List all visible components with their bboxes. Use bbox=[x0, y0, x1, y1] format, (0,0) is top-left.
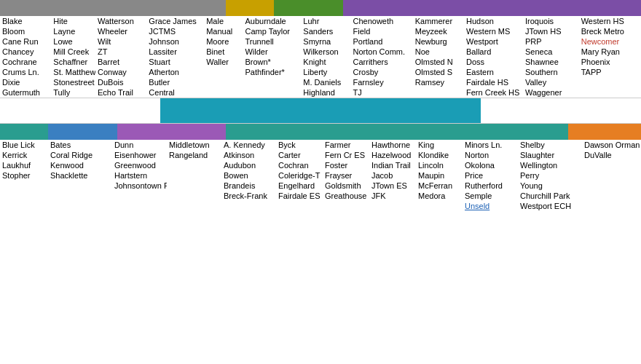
top-cell: Wheeler bbox=[95, 26, 146, 36]
top-table-row: Cane RunLoweWiltJohnsonMooreTrunnellSmyr… bbox=[0, 36, 641, 47]
top-cell: Carrithers bbox=[351, 57, 413, 67]
bottom-cell: Carter bbox=[276, 150, 323, 160]
bottom-cell: Frayser bbox=[323, 170, 369, 181]
top-cell: Manual bbox=[204, 26, 243, 36]
top-cell: Tully bbox=[51, 87, 95, 98]
bottom-cell bbox=[582, 181, 641, 191]
bottom-cell bbox=[167, 160, 221, 170]
bottom-cell: Jacob bbox=[369, 170, 416, 181]
bottom-cell bbox=[416, 201, 463, 211]
top-cell bbox=[243, 87, 301, 98]
bottom-table-row: LaukhufKenwoodGreenwoodAudubonCochranFos… bbox=[0, 160, 641, 170]
bottom-table-row: StopherShackletteHartsternBowenColeridge… bbox=[0, 170, 641, 181]
top-cell: Binet bbox=[204, 47, 243, 57]
bottom-cell: Blue Lick bbox=[0, 140, 48, 150]
bottom-data-section: Blue LickBatesDunnMiddletownA. KennedyBy… bbox=[0, 140, 641, 211]
banner-center-label bbox=[160, 98, 481, 123]
top-cell: JTown HS bbox=[523, 26, 579, 36]
top-cell: Barret bbox=[95, 57, 146, 67]
bottom-cell: McFerran bbox=[416, 181, 463, 191]
top-cell: ZT bbox=[95, 47, 146, 57]
top-cell: Newcomer bbox=[579, 36, 641, 47]
top-cell: Johnson bbox=[146, 36, 204, 47]
bottom-cell bbox=[112, 201, 167, 211]
top-cell: Dixie bbox=[0, 77, 51, 87]
top-cell: Valley bbox=[523, 77, 579, 87]
top-cell: Cane Run bbox=[0, 36, 51, 47]
bottom-cell: Bowen bbox=[221, 170, 276, 181]
top-cell: Mill Creek bbox=[51, 47, 95, 57]
bottom-cell: Minors Ln. bbox=[463, 140, 518, 150]
bottom-cell: Johnsontown Rd bbox=[112, 181, 167, 191]
top-cell: Fairdale HS bbox=[464, 77, 523, 87]
time-block-b1 bbox=[0, 124, 48, 140]
bottom-cell bbox=[582, 191, 641, 201]
bottom-table-row: KerrickCoral RidgeEisenhowerRangelandAtk… bbox=[0, 150, 641, 160]
top-cell: Waller bbox=[204, 57, 243, 67]
bottom-cell bbox=[48, 191, 112, 201]
top-cell: Butler bbox=[146, 77, 204, 87]
bottom-cell bbox=[323, 201, 369, 211]
bottom-table: Blue LickBatesDunnMiddletownA. KennedyBy… bbox=[0, 140, 641, 211]
time-block-b5 bbox=[568, 124, 641, 140]
bottom-cell: Price bbox=[463, 170, 518, 181]
bottom-cell: Greenwood bbox=[112, 160, 167, 170]
bottom-cell: Audubon bbox=[221, 160, 276, 170]
bottom-table-row: Johnsontown RdBrandeisEngelhardGoldsmith… bbox=[0, 181, 641, 191]
bottom-cell: Kenwood bbox=[48, 160, 112, 170]
time-block-1 bbox=[0, 0, 226, 16]
top-cell: Western MS bbox=[464, 26, 523, 36]
top-table-row: CochraneSchaffnerBarretStuartWallerBrown… bbox=[0, 57, 641, 67]
bottom-cell: Slaughter bbox=[518, 150, 582, 160]
top-cell: Central bbox=[146, 87, 204, 98]
bottom-cell: Eisenhower bbox=[112, 150, 167, 160]
top-cell: Moore bbox=[204, 36, 243, 47]
bottom-table-row: Blue LickBatesDunnMiddletownA. KennedyBy… bbox=[0, 140, 641, 150]
bottom-cell: Dawson Orman bbox=[582, 140, 641, 150]
bottom-cell: Norton bbox=[463, 150, 518, 160]
top-cell: Phoenix bbox=[579, 57, 641, 67]
top-cell: Doss bbox=[464, 57, 523, 67]
bottom-cell: Rangeland bbox=[167, 150, 221, 160]
top-cell: Seneca bbox=[523, 47, 579, 57]
top-cell: Waggener bbox=[523, 87, 579, 98]
bottom-cell: Hartstern bbox=[112, 170, 167, 181]
top-cell: Western HS bbox=[579, 16, 641, 26]
bottom-cell bbox=[0, 201, 48, 211]
bottom-cell: Rutherford bbox=[463, 181, 518, 191]
bottom-cell bbox=[48, 181, 112, 191]
top-cell: TAPP bbox=[579, 67, 641, 77]
top-cell: Breck Metro bbox=[579, 26, 641, 36]
bottom-cell: Indian Trail bbox=[369, 160, 416, 170]
bottom-cell: JFK bbox=[369, 191, 416, 201]
bottom-cell: King bbox=[416, 140, 463, 150]
top-cell: DuBois bbox=[95, 77, 146, 87]
bottom-cell bbox=[167, 191, 221, 201]
schedule-container: BlakeHiteWattersonGrace JamesMaleAuburnd… bbox=[0, 0, 641, 211]
top-cell: Portland bbox=[351, 36, 413, 47]
bottom-cell bbox=[48, 201, 112, 211]
top-cell: St. Matthews bbox=[51, 67, 95, 77]
bottom-cell: Coleridge-T bbox=[276, 170, 323, 181]
bottom-cell: Bates bbox=[48, 140, 112, 150]
top-cell: Eastern bbox=[464, 67, 523, 77]
top-cell bbox=[413, 87, 464, 98]
bottom-cell: Farmer bbox=[323, 140, 369, 150]
bottom-cell: A. Kennedy bbox=[221, 140, 276, 150]
bottom-cell: Goldsmith bbox=[323, 181, 369, 191]
top-cell: Auburndale bbox=[243, 16, 301, 26]
bottom-table-row: UnseldWestport ECH bbox=[0, 201, 641, 211]
bottom-cell: DuValle bbox=[582, 150, 641, 160]
bottom-cell: Shacklette bbox=[48, 170, 112, 181]
bottom-cell: Medora bbox=[416, 191, 463, 201]
top-cell: Newburg bbox=[413, 36, 464, 47]
top-table-row: BlakeHiteWattersonGrace JamesMaleAuburnd… bbox=[0, 16, 641, 26]
top-cell bbox=[204, 67, 243, 77]
bottom-cell bbox=[582, 170, 641, 181]
bottom-cell bbox=[167, 170, 221, 181]
top-cell: Cochrane bbox=[0, 57, 51, 67]
bottom-cell: Hawthorne bbox=[369, 140, 416, 150]
top-table-row: BloomLayneWheelerJCTMSManualCamp TaylorS… bbox=[0, 26, 641, 36]
top-cell: Ballard bbox=[464, 47, 523, 57]
top-cell: Wilt bbox=[95, 36, 146, 47]
